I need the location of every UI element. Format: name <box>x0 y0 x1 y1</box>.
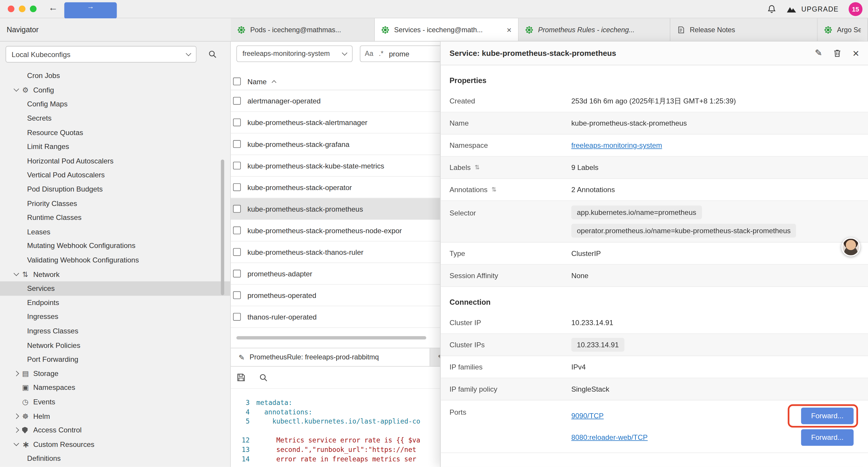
service-name: kube-prometheus-stack-alertmanager <box>248 118 368 126</box>
expand-icon[interactable]: ⇅ <box>491 186 496 193</box>
notifications-bell-icon[interactable] <box>767 4 776 14</box>
chevron-down-icon[interactable] <box>14 443 22 445</box>
close-window-button[interactable] <box>8 6 14 12</box>
sidebar-item-custom-resources[interactable]: ∗Custom Resources <box>0 437 230 451</box>
close-icon[interactable]: × <box>852 48 859 59</box>
chevron-right-icon[interactable] <box>14 372 22 375</box>
back-button[interactable]: ← <box>46 2 60 13</box>
minimize-window-button[interactable] <box>19 6 25 12</box>
tab-argo-se[interactable]: Argo Se <box>817 18 868 41</box>
tab-pods-icecheng-mathmas[interactable]: Pods - icecheng@mathmas... <box>231 18 375 41</box>
horizontal-scrollbar[interactable] <box>236 336 426 339</box>
field-value: 10.233.14.91 <box>571 318 859 327</box>
gear-icon: ⚙ <box>22 86 33 94</box>
sidebar-item-config[interactable]: ⚙Config <box>0 83 230 97</box>
service-name: prometheus-adapter <box>248 269 312 278</box>
line-number: 14 <box>231 455 256 464</box>
floating-avatar[interactable] <box>841 238 860 257</box>
namespace-link[interactable]: freeleaps-monitoring-system <box>571 141 662 150</box>
editor-search-icon[interactable] <box>259 373 268 382</box>
field-text: 253d 16h 6m ago (2025年1月13日 GMT+8 1:25:3… <box>571 97 736 105</box>
sidebar-item-resource-quotas[interactable]: Resource Quotas <box>0 125 230 140</box>
select-all-checkbox[interactable] <box>233 78 241 85</box>
match-case-toggle[interactable]: Aa <box>365 50 373 58</box>
chevron-right-icon[interactable] <box>14 428 22 432</box>
sidebar-item-cron-jobs[interactable]: Cron Jobs <box>0 68 230 83</box>
kubeconfig-dropdown[interactable]: Local Kubeconfigs <box>6 46 196 63</box>
row-checkbox[interactable] <box>233 183 241 191</box>
row-checkbox[interactable] <box>233 140 241 148</box>
forward-button-wrap: Forward... <box>801 429 854 445</box>
chevron-right-icon[interactable] <box>14 414 22 418</box>
port-link[interactable]: 9090/TCP <box>571 411 604 420</box>
maximize-window-button[interactable] <box>30 6 36 12</box>
trash-icon[interactable] <box>833 49 842 58</box>
service-name: kube-prometheus-stack-grafana <box>248 140 349 148</box>
sidebar-item-label: Runtime Classes <box>27 213 82 222</box>
name-column-header[interactable]: Name <box>248 77 267 85</box>
edit-icon[interactable]: ✎ <box>815 49 822 58</box>
sidebar-item-label: Services <box>27 284 55 293</box>
sidebar-item-priority-classes[interactable]: Priority Classes <box>0 196 230 210</box>
sidebar-item-validating-webhook-configurations[interactable]: Validating Webhook Configurations <box>0 253 230 267</box>
sidebar-item-events[interactable]: ◷Events <box>0 395 230 409</box>
sidebar-item-access-control[interactable]: Access Control <box>0 423 230 437</box>
cluster-icon <box>824 26 832 33</box>
row-checkbox[interactable] <box>233 270 241 278</box>
tab-services-icecheng-math[interactable]: Services - icecheng@math...× <box>375 18 519 41</box>
sidebar-item-ingresses[interactable]: Ingresses <box>0 310 230 324</box>
save-icon[interactable] <box>236 373 246 382</box>
forward-button[interactable]: Forward... <box>801 407 854 424</box>
sidebar-item-leases[interactable]: Leases <box>0 225 230 239</box>
sidebar-item-network-policies[interactable]: Network Policies <box>0 338 230 352</box>
sidebar-scrollbar[interactable] <box>221 159 224 295</box>
navigator-search-icon[interactable] <box>208 50 217 59</box>
forward-button[interactable]: → <box>64 2 117 19</box>
field-value: IPv4 <box>571 363 859 371</box>
chevron-down-icon[interactable] <box>14 89 22 91</box>
sidebar-item-runtime-classes[interactable]: Runtime Classes <box>0 210 230 225</box>
regex-toggle[interactable]: .* <box>379 50 383 58</box>
dock-tab[interactable]: ✎PrometheusRule: freeleaps-prod-rabbitmq <box>231 348 430 366</box>
value-badge: 10.233.14.91 <box>571 338 625 352</box>
close-tab-icon[interactable]: × <box>507 25 512 34</box>
sidebar-item-port-forwarding[interactable]: Port Forwarding <box>0 352 230 366</box>
sidebar-item-mutating-webhook-configurations[interactable]: Mutating Webhook Configurations <box>0 239 230 253</box>
sidebar-item-namespaces[interactable]: ▣Namespaces <box>0 380 230 395</box>
tab-release-notes[interactable]: Release Notes <box>670 18 817 41</box>
code-text: error rate in freeleaps metrics ser <box>256 455 416 464</box>
sidebar-item-config-maps[interactable]: Config Maps <box>0 97 230 111</box>
expand-icon[interactable]: ⇅ <box>474 164 479 171</box>
sidebar-item-services[interactable]: Services <box>0 282 230 296</box>
row-checkbox[interactable] <box>233 97 241 105</box>
namespace-dropdown[interactable]: freeleaps-monitoring-system <box>236 46 352 62</box>
sidebar-item-definitions[interactable]: Definitions <box>0 451 230 466</box>
row-checkbox[interactable] <box>233 119 241 126</box>
row-checkbox[interactable] <box>233 313 241 321</box>
sidebar-item-ingress-classes[interactable]: Ingress Classes <box>0 324 230 338</box>
row-checkbox[interactable] <box>233 226 241 234</box>
sidebar-item-secrets[interactable]: Secrets <box>0 111 230 125</box>
row-checkbox[interactable] <box>233 205 241 212</box>
notification-badge[interactable]: 15 <box>848 2 862 16</box>
sidebar-item-endpoints[interactable]: Endpoints <box>0 296 230 310</box>
sidebar-item-label: Validating Webhook Configurations <box>27 256 139 264</box>
sidebar-item-helm[interactable]: ☸Helm <box>0 409 230 423</box>
row-checkbox[interactable] <box>233 291 241 299</box>
forward-button[interactable]: Forward... <box>801 429 854 445</box>
row-checkbox[interactable] <box>233 162 241 169</box>
sort-ascending-icon[interactable] <box>272 80 276 85</box>
upgrade-button[interactable]: UPGRADE <box>786 5 839 13</box>
sidebar-item-storage[interactable]: ▤Storage <box>0 366 230 380</box>
sidebar-item-vertical-pod-autoscalers[interactable]: Vertical Pod Autoscalers <box>0 168 230 182</box>
sidebar-item-network[interactable]: ⇅Network <box>0 267 230 282</box>
row-checkbox[interactable] <box>233 248 241 256</box>
port-link[interactable]: 8080:reloader-web/TCP <box>571 433 648 441</box>
sidebar-item-limit-ranges[interactable]: Limit Ranges <box>0 140 230 154</box>
sidebar-item-horizontal-pod-autoscalers[interactable]: Horizontal Pod Autoscalers <box>0 154 230 168</box>
tab-prometheus-rules-icecheng[interactable]: Prometheus Rules - icecheng... <box>519 18 670 41</box>
sidebar-item-pod-disruption-budgets[interactable]: Pod Disruption Budgets <box>0 182 230 196</box>
sidebar-item-label: Network <box>33 270 59 279</box>
sidebar-item-label: Ingress Classes <box>27 327 78 335</box>
chevron-down-icon[interactable] <box>14 273 22 275</box>
